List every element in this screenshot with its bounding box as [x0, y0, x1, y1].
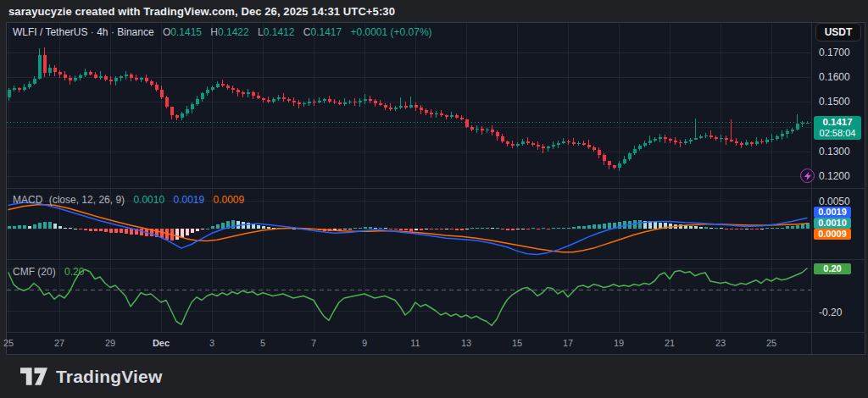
time-axis-label: 25	[0, 338, 25, 348]
current-price-value: 0.1417	[815, 117, 860, 128]
cmf-scale-label: -0.20	[819, 307, 842, 318]
attribution-text: sarayucyzie created with TradingView.com…	[8, 5, 395, 18]
macd-title: MACD	[13, 194, 42, 206]
macd-params: (close, 12, 26, 9)	[49, 194, 125, 206]
price-scale-label: 0.1700	[819, 47, 850, 58]
time-axis-label: 19	[602, 338, 636, 348]
macd-line-value: 0.0019	[173, 194, 204, 206]
macd-scale-label: 0.0050	[819, 196, 850, 207]
symbol-legend[interactable]: WLFI / TetherUS · 4h · Binance O0.1415 H…	[13, 26, 432, 38]
exchange-label: Binance	[117, 26, 153, 38]
legend-separator: ·	[111, 26, 114, 38]
current-price-badge: 0.1417 02:58:04	[814, 116, 861, 140]
tradingview-snapshot: sarayucyzie created with TradingView.com…	[0, 0, 868, 398]
close-value: 0.1417	[310, 26, 342, 38]
high-value: 0.1422	[218, 26, 249, 38]
high-label: H	[210, 26, 218, 38]
lightning-bolt-glyph	[804, 172, 811, 180]
macd-axis-badge: 0.0019	[814, 207, 851, 218]
time-axis-label: 25	[754, 338, 788, 348]
cmf-value: 0.20	[64, 266, 84, 278]
time-axis-label: 3	[195, 338, 229, 348]
time-axis-label: 23	[704, 338, 737, 348]
low-value: 0.1412	[264, 26, 295, 38]
attribution-bar: sarayucyzie created with TradingView.com…	[0, 0, 868, 22]
time-axis-label: 29	[93, 338, 127, 348]
tradingview-logo-icon[interactable]	[20, 368, 48, 385]
tradingview-wordmark[interactable]: TradingView	[56, 367, 163, 387]
time-axis-label: Dec	[144, 338, 178, 348]
time-axis-label: 21	[653, 338, 687, 348]
price-scale-label: 0.1600	[819, 71, 850, 83]
chart-area[interactable]	[6, 22, 865, 355]
time-axis-label: 13	[449, 338, 483, 348]
time-axis-label: 15	[500, 338, 534, 348]
low-label: L	[258, 26, 264, 38]
time-axis-label: 11	[398, 338, 432, 348]
interval-label: 4h	[97, 26, 108, 38]
bar-countdown: 02:58:04	[815, 128, 860, 139]
macd-axis-badge: 0.0010	[814, 218, 851, 229]
cmf-legend[interactable]: CMF (20) 0.20	[13, 266, 84, 278]
time-axis-label: 9	[348, 338, 381, 348]
change-value: +0.0001 (+0.07%)	[351, 26, 432, 38]
time-axis-label: 27	[42, 338, 76, 348]
time-axis-label: 17	[551, 338, 585, 348]
price-scale-label: 0.1300	[819, 146, 850, 158]
symbol-name: WLFI / TetherUS	[13, 26, 87, 38]
price-scale-label: 0.1200	[819, 170, 850, 182]
open-value: 0.1415	[170, 26, 202, 38]
legend-separator: ·	[91, 26, 94, 38]
macd-hist-value: 0.0010	[133, 194, 164, 206]
footer-bar: TradingView	[0, 355, 868, 398]
open-label: O	[163, 26, 170, 38]
price-scale-label: 0.1500	[819, 96, 850, 108]
cmf-title: CMF (20)	[13, 266, 56, 278]
time-axis-label: 5	[246, 338, 280, 348]
lightning-icon[interactable]	[800, 169, 815, 183]
macd-signal-value: 0.0009	[214, 194, 245, 206]
cmf-axis-badge: 0.20	[814, 263, 851, 274]
time-axis-label: 7	[297, 338, 331, 348]
macd-legend[interactable]: MACD (close, 12, 26, 9) 0.0010 0.0019 0.…	[13, 194, 244, 206]
macd-axis-badge: 0.0009	[814, 229, 851, 240]
currency-toggle-button[interactable]: USDT	[815, 23, 861, 41]
